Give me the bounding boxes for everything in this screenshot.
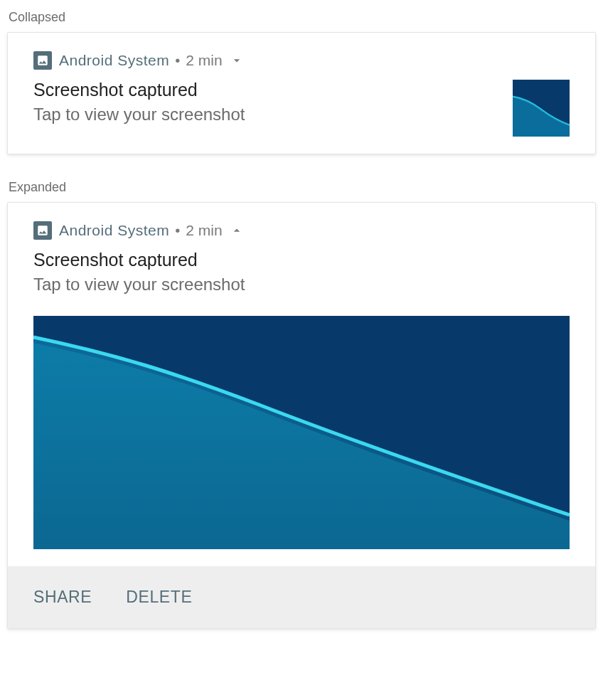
app-name: Android System <box>59 52 169 69</box>
screenshot-image <box>33 316 570 549</box>
chevron-up-icon[interactable] <box>230 223 244 238</box>
notification-card-expanded[interactable]: Android System • 2 min Screenshot captur… <box>7 202 596 629</box>
screenshot-thumbnail <box>513 80 570 137</box>
separator: • <box>175 53 180 69</box>
chevron-down-icon[interactable] <box>230 53 244 68</box>
section-label-collapsed: Collapsed <box>0 0 603 32</box>
section-label-expanded: Expanded <box>0 170 603 202</box>
notification-subtitle: Tap to view your screenshot <box>33 275 570 295</box>
notification-card-collapsed[interactable]: Android System • 2 min Screenshot captur… <box>7 32 596 154</box>
share-button[interactable]: SHARE <box>33 588 92 607</box>
notification-header: Android System • 2 min <box>33 51 570 70</box>
image-icon <box>33 51 52 70</box>
notification-header: Android System • 2 min <box>33 221 570 240</box>
notification-title: Screenshot captured <box>33 80 498 100</box>
separator: • <box>175 223 180 239</box>
notification-title: Screenshot captured <box>33 250 570 270</box>
app-name: Android System <box>59 222 169 239</box>
notification-time: 2 min <box>186 222 222 239</box>
delete-button[interactable]: DELETE <box>126 588 192 607</box>
notification-subtitle: Tap to view your screenshot <box>33 105 498 124</box>
notification-actions: SHARE DELETE <box>8 566 595 628</box>
notification-time: 2 min <box>186 52 222 69</box>
image-icon <box>33 221 52 240</box>
